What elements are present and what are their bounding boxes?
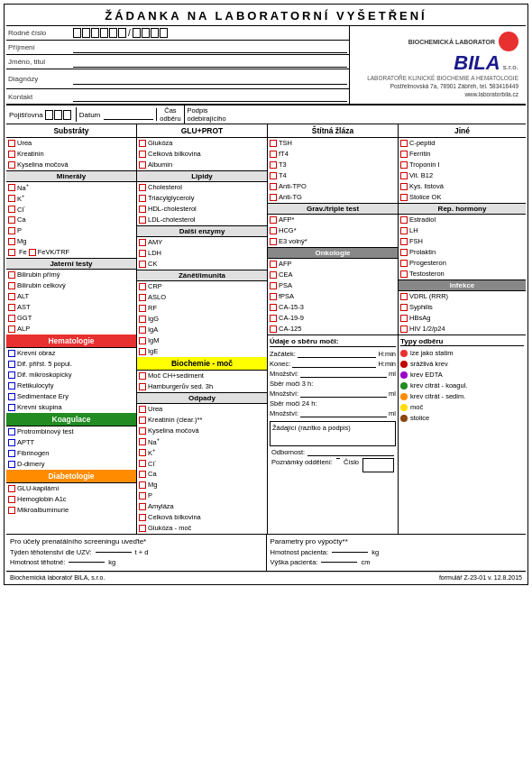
- mnozstvi3-input[interactable]: [300, 409, 387, 417]
- zacatek-input[interactable]: [298, 350, 377, 358]
- rc-box-8[interactable]: [142, 28, 150, 38]
- checkbox-alt[interactable]: [8, 293, 15, 300]
- checkbox-ldh[interactable]: [139, 250, 146, 257]
- rc-box-5[interactable]: [109, 28, 117, 38]
- kontakt-input[interactable]: [73, 91, 347, 102]
- prenatal-row2-input[interactable]: [69, 562, 105, 563]
- mnozstvi1-input[interactable]: [300, 370, 387, 378]
- checkbox-progesteron[interactable]: [400, 260, 408, 267]
- checkbox-odp-p[interactable]: [139, 492, 146, 499]
- checkbox-vit-b12[interactable]: [400, 172, 408, 179]
- checkbox-estradiol[interactable]: [400, 216, 408, 224]
- checkbox-krevni-skupina[interactable]: [8, 404, 15, 411]
- checkbox-retikulo[interactable]: [8, 382, 15, 390]
- checkbox-fsh[interactable]: [400, 238, 408, 245]
- checkbox-igm[interactable]: [139, 337, 146, 344]
- checkbox-ca15-3[interactable]: [270, 304, 277, 311]
- checkbox-urea[interactable]: [8, 140, 15, 147]
- checkbox-amy[interactable]: [139, 239, 146, 246]
- checkbox-triacyl[interactable]: [139, 195, 146, 202]
- checkbox-odp-kreatinin[interactable]: [139, 417, 146, 424]
- checkbox-ca[interactable]: [8, 216, 15, 224]
- poj-box-3[interactable]: [63, 110, 71, 120]
- checkbox-ige[interactable]: [139, 348, 146, 355]
- checkbox-cl[interactable]: [8, 206, 15, 213]
- parametry-row2-input[interactable]: [321, 562, 357, 563]
- checkbox-e3-volny[interactable]: [270, 238, 277, 245]
- cislo-box[interactable]: [362, 458, 394, 472]
- rc-box-2[interactable]: [82, 28, 90, 38]
- checkbox-psa[interactable]: [270, 282, 277, 289]
- diagnozy-input[interactable]: [73, 74, 347, 85]
- checkbox-hdl[interactable]: [139, 206, 146, 213]
- checkbox-hcg-star[interactable]: [270, 227, 277, 234]
- rc-box-6[interactable]: [118, 28, 126, 38]
- checkbox-tsh[interactable]: [270, 140, 277, 147]
- rc-box-10[interactable]: [160, 28, 168, 38]
- parametry-row1-input[interactable]: [332, 552, 368, 553]
- checkbox-t4[interactable]: [270, 172, 277, 179]
- checkbox-ferritin[interactable]: [400, 151, 408, 158]
- konec-input[interactable]: [292, 360, 376, 368]
- mnozstvi2-input[interactable]: [300, 390, 387, 398]
- checkbox-bili-celkovy[interactable]: [8, 282, 15, 289]
- checkbox-dif-5popul[interactable]: [8, 361, 15, 368]
- checkbox-odp-celk-bilk[interactable]: [139, 514, 146, 521]
- rc-box-4[interactable]: [100, 28, 108, 38]
- checkbox-aptt[interactable]: [8, 439, 15, 446]
- checkbox-odp-cl[interactable]: [139, 460, 146, 467]
- checkbox-hamburger[interactable]: [139, 383, 146, 390]
- checkbox-cea[interactable]: [270, 271, 277, 279]
- checkbox-hiv[interactable]: [400, 325, 408, 333]
- checkbox-aslo[interactable]: [139, 294, 146, 301]
- checkbox-k[interactable]: [8, 195, 15, 202]
- checkbox-stolice-ok[interactable]: [400, 194, 408, 201]
- checkbox-anti-tpo[interactable]: [270, 183, 277, 190]
- checkbox-crp[interactable]: [139, 283, 146, 290]
- checkbox-ldl[interactable]: [139, 216, 146, 224]
- checkbox-krevni-obraz[interactable]: [8, 350, 15, 357]
- checkbox-odp-na[interactable]: [139, 438, 146, 445]
- datum-input[interactable]: [104, 109, 153, 120]
- rc-box-1[interactable]: [73, 28, 81, 38]
- checkbox-odp-amylaza[interactable]: [139, 503, 146, 510]
- rc-box-9[interactable]: [151, 28, 159, 38]
- checkbox-c-peptid[interactable]: [400, 140, 408, 147]
- checkbox-hba1c[interactable]: [8, 496, 15, 503]
- checkbox-fibrinogen[interactable]: [8, 450, 15, 457]
- checkbox-ggt[interactable]: [8, 315, 15, 322]
- checkbox-odp-kys-mocova[interactable]: [139, 427, 146, 435]
- odbornost-input[interactable]: [307, 447, 394, 456]
- checkbox-odp-mg[interactable]: [139, 481, 146, 489]
- checkbox-glukoza[interactable]: [139, 140, 146, 147]
- checkbox-lh[interactable]: [400, 227, 408, 234]
- checkbox-syphilis[interactable]: [400, 304, 408, 311]
- checkbox-ca19-9[interactable]: [270, 315, 277, 322]
- checkbox-kreatinin[interactable]: [8, 151, 15, 158]
- checkbox-odp-urea[interactable]: [139, 406, 146, 413]
- checkbox-mg[interactable]: [8, 238, 15, 245]
- checkbox-albumin[interactable]: [139, 161, 146, 169]
- checkbox-cholesterol[interactable]: [139, 184, 146, 191]
- rc-boxes[interactable]: /: [73, 28, 168, 38]
- poznamky-input[interactable]: [336, 458, 340, 459]
- checkbox-sedi-ery[interactable]: [8, 393, 15, 400]
- checkbox-hbsag[interactable]: [400, 315, 408, 322]
- checkbox-dif-mikro[interactable]: [8, 371, 15, 379]
- checkbox-afp-star[interactable]: [270, 216, 277, 224]
- checkbox-ck[interactable]: [139, 261, 146, 268]
- rc-box-7[interactable]: [133, 28, 141, 38]
- checkbox-anti-tg[interactable]: [270, 194, 277, 201]
- checkbox-odp-k[interactable]: [139, 449, 146, 456]
- checkbox-iga[interactable]: [139, 326, 146, 334]
- checkbox-protromb[interactable]: [8, 428, 15, 435]
- checkbox-mikroalb[interactable]: [8, 507, 15, 514]
- rc-box-3[interactable]: [91, 28, 99, 38]
- checkbox-ft4[interactable]: [270, 151, 277, 158]
- checkbox-p[interactable]: [8, 227, 15, 234]
- checkbox-odp-ca[interactable]: [139, 471, 146, 478]
- checkbox-afp[interactable]: [270, 261, 277, 268]
- prijmeni-input[interactable]: [73, 42, 347, 53]
- checkbox-igg[interactable]: [139, 316, 146, 323]
- checkbox-fe[interactable]: [8, 249, 15, 256]
